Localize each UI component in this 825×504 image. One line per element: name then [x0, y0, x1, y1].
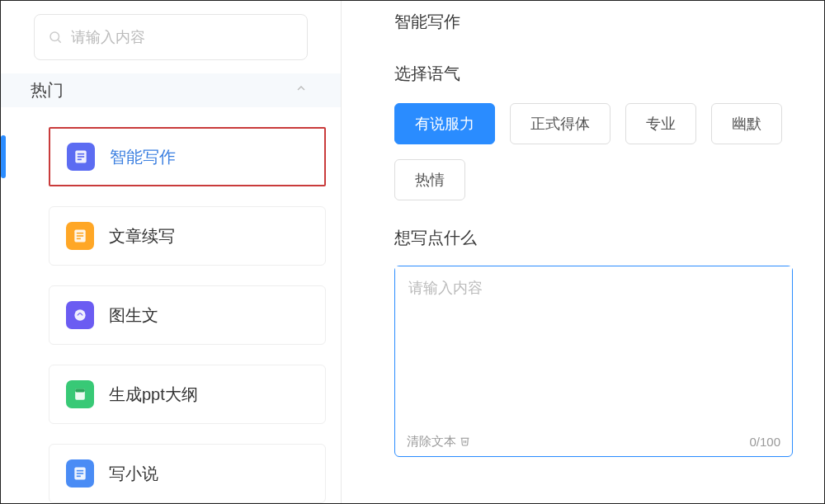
svg-rect-12 — [75, 389, 85, 392]
sidebar-item-label: 写小说 — [109, 463, 158, 485]
svg-rect-8 — [77, 235, 83, 237]
content-textarea[interactable] — [395, 266, 792, 427]
prompt-section-label: 想写点什么 — [394, 227, 793, 249]
search-wrapper: 请输入内容 — [1, 14, 341, 73]
chevron-up-icon — [295, 82, 308, 99]
svg-rect-7 — [77, 233, 83, 234]
tone-chip-persuasive[interactable]: 有说服力 — [394, 103, 495, 144]
clear-label: 清除文本 — [407, 434, 456, 450]
tone-section-label: 选择语气 — [394, 63, 793, 85]
trash-icon — [460, 435, 470, 449]
main-panel: 智能写作 选择语气 有说服力 正式得体 专业 幽默 热情 想写点什么 清除文本 … — [342, 1, 824, 503]
tone-chip-enthusiastic[interactable]: 热情 — [394, 159, 465, 200]
sidebar-item-label: 图生文 — [109, 304, 158, 327]
svg-rect-9 — [77, 238, 81, 240]
section-title: 热门 — [31, 79, 64, 101]
svg-rect-15 — [77, 473, 83, 474]
sidebar-item-image-to-text[interactable]: 图生文 — [49, 285, 326, 345]
sidebar-item-ppt-outline[interactable]: 生成ppt大纲 — [49, 365, 326, 424]
image-icon — [66, 301, 94, 329]
sidebar-row-write-novel: 写小说 — [16, 444, 326, 503]
svg-point-0 — [50, 32, 59, 41]
sidebar-row-continue-writing: 文章续写 — [16, 206, 326, 266]
svg-rect-14 — [77, 470, 83, 472]
sidebar-row-ppt-outline: 生成ppt大纲 — [16, 365, 326, 424]
sidebar-item-label: 文章续写 — [109, 225, 175, 247]
sidebar-row-image-to-text: 图生文 — [16, 285, 326, 345]
sidebar-item-continue-writing[interactable]: 文章续写 — [49, 206, 326, 266]
svg-rect-3 — [78, 153, 84, 155]
menu-list: 智能写作 文章续写 图生文 — [1, 127, 341, 503]
doc-icon — [66, 459, 94, 488]
search-icon — [48, 30, 63, 45]
sidebar-row-smart-writing: 智能写作 — [16, 127, 326, 186]
svg-point-10 — [74, 309, 85, 320]
tone-chip-formal[interactable]: 正式得体 — [510, 103, 610, 144]
sidebar-item-write-novel[interactable]: 写小说 — [49, 444, 326, 503]
search-input[interactable]: 请输入内容 — [34, 14, 308, 60]
svg-rect-16 — [77, 476, 81, 478]
page-title: 智能写作 — [394, 11, 793, 33]
clear-text-button[interactable]: 清除文本 — [407, 434, 470, 450]
section-header-hot[interactable]: 热门 — [1, 73, 341, 107]
doc-icon — [66, 222, 94, 250]
content-textarea-wrapper: 清除文本 0/100 — [394, 266, 793, 457]
search-placeholder: 请输入内容 — [71, 27, 145, 47]
char-counter: 0/100 — [749, 435, 780, 449]
tone-chip-row: 有说服力 正式得体 专业 幽默 热情 — [394, 103, 793, 200]
ppt-icon — [66, 380, 94, 408]
svg-rect-5 — [78, 159, 82, 161]
doc-icon — [67, 143, 95, 171]
sidebar-item-smart-writing[interactable]: 智能写作 — [49, 127, 326, 186]
sidebar-item-label: 生成ppt大纲 — [109, 384, 198, 406]
sidebar-item-label: 智能写作 — [110, 146, 176, 168]
tone-chip-professional[interactable]: 专业 — [625, 103, 696, 144]
svg-rect-4 — [78, 156, 84, 158]
tone-chip-humorous[interactable]: 幽默 — [711, 103, 782, 144]
sidebar: 请输入内容 热门 智能写作 文章续写 — [1, 1, 342, 503]
svg-line-1 — [58, 40, 60, 42]
textarea-footer: 清除文本 0/100 — [395, 427, 792, 456]
